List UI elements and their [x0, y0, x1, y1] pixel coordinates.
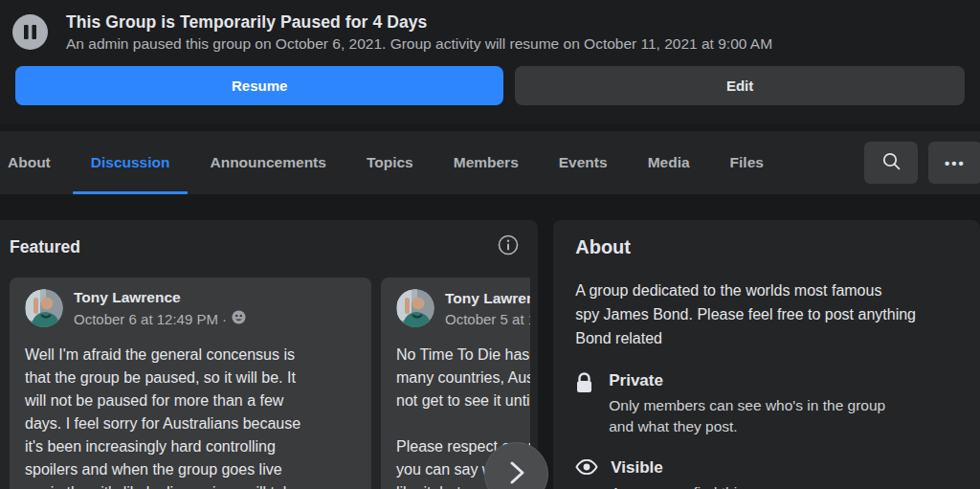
post-author[interactable]: Tony Lawrence	[74, 289, 246, 306]
post-timestamp: October 6 at 12:49 PM ·	[74, 310, 246, 327]
privacy-visible-desc: Anyone can find this group.	[611, 482, 791, 489]
privacy-private-desc: Only members can see who's in the group …	[609, 395, 885, 437]
tab-files[interactable]: Files	[710, 131, 784, 194]
privacy-group-icon	[232, 310, 246, 327]
featured-panel: Featured	[0, 220, 538, 489]
featured-title: Featured	[10, 237, 80, 257]
search-icon	[881, 151, 902, 174]
privacy-visible-title: Visible	[611, 458, 791, 478]
avatar[interactable]	[25, 289, 63, 327]
featured-carousel: Tony Lawrence October 6 at 12:49 PM ·	[10, 278, 530, 489]
resume-button[interactable]: Resume	[15, 66, 503, 105]
banner-title: This Group is Temporarily Paused for 4 D…	[66, 12, 772, 33]
avatar[interactable]	[396, 289, 434, 327]
privacy-private-title: Private	[609, 371, 885, 390]
featured-post-card[interactable]: Tony Lawrence October 6 at 12:49 PM ·	[10, 278, 371, 489]
chevron-right-icon	[506, 460, 527, 489]
privacy-visible-row: Visible Anyone can find this group.	[575, 458, 957, 489]
about-panel: About A group dedicated to the worlds mo…	[553, 220, 980, 489]
lock-icon	[575, 371, 596, 437]
search-button[interactable]	[864, 142, 918, 184]
group-tab-bar: About Discussion Announcements Topics Me…	[0, 131, 980, 194]
post-timestamp: October 5 at 1:44	[445, 311, 530, 327]
ellipsis-icon: •••	[945, 155, 966, 171]
group-description: A group dedicated to the worlds most fam…	[575, 278, 957, 350]
banner-subtitle: An admin paused this group on October 6,…	[66, 35, 772, 53]
tab-members[interactable]: Members	[434, 131, 539, 194]
post-text: Well I'm afraid the general concensus is…	[25, 344, 356, 489]
edit-button[interactable]: Edit	[515, 66, 965, 105]
tab-about[interactable]: About	[0, 131, 71, 194]
tab-announcements[interactable]: Announcements	[189, 131, 345, 194]
paused-banner: This Group is Temporarily Paused for 4 D…	[0, 0, 980, 124]
tab-discussion[interactable]: Discussion	[71, 131, 190, 194]
about-title: About	[575, 236, 957, 258]
eye-icon	[575, 458, 598, 489]
post-author[interactable]: Tony Lawrence	[445, 290, 530, 307]
more-options-button[interactable]: •••	[928, 142, 980, 184]
privacy-private-row: Private Only members can see who's in th…	[575, 371, 957, 437]
pause-icon	[12, 14, 48, 54]
tab-media[interactable]: Media	[628, 131, 710, 194]
info-icon[interactable]	[498, 234, 519, 259]
tab-topics[interactable]: Topics	[346, 131, 434, 194]
tab-events[interactable]: Events	[539, 131, 628, 194]
